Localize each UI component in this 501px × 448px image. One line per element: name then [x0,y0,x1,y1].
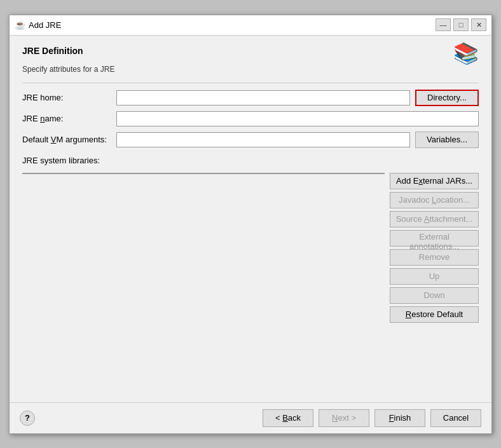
libraries-listbox[interactable] [22,173,385,174]
jre-name-label: JRE name: [22,114,111,123]
directory-button[interactable]: Directory... [415,90,479,106]
libraries-buttons: Add External JARs... Javadoc Location...… [390,173,479,323]
jre-name-row: JRE name: [22,111,479,126]
help-button[interactable]: ? [20,411,35,426]
vm-args-label: Default VM arguments: [22,135,111,144]
up-button[interactable]: Up [390,268,479,285]
section-title-row: JRE Definition 📚 [22,46,479,64]
restore-default-button[interactable]: Restore Default [390,306,479,323]
jre-home-label: JRE home: [22,93,111,102]
jre-name-underline: n [40,114,45,123]
window-title: Add JRE [29,20,61,30]
maximize-button[interactable]: □ [453,18,469,31]
external-annotations-button[interactable]: External annotations... [390,230,479,247]
next-button[interactable]: Next > [319,409,369,427]
footer: ? < Back Next > Finish Cancel [10,402,491,433]
add-external-jars-button[interactable]: Add External JARs... [390,173,479,189]
section-header: JRE Definition 📚 Specify attributes for … [22,46,479,74]
jre-home-row: JRE home: Directory... [22,90,479,106]
finish-button[interactable]: Finish [374,409,425,427]
form-area: JRE home: Directory... JRE name: Default… [22,90,479,392]
section-subtitle: Specify attributes for a JRE [22,65,479,74]
vm-args-input[interactable] [116,132,410,147]
cancel-button[interactable]: Cancel [430,409,481,427]
source-attachment-button[interactable]: Source Attachment... [390,211,479,227]
title-bar: ☕ Add JRE — □ ✕ [10,15,491,36]
libraries-label: JRE system libraries: [22,156,479,165]
libraries-left [22,173,385,174]
jre-home-input[interactable] [116,90,410,105]
header-divider [22,83,479,83]
window-icon: ☕ [15,20,25,30]
title-bar-controls: — □ ✕ [436,18,486,31]
title-bar-left: ☕ Add JRE [15,20,61,30]
vm-args-row: Default VM arguments: Variables... [22,132,479,148]
content-area: JRE Definition 📚 Specify attributes for … [10,36,491,402]
section-title-text: JRE Definition [22,46,83,56]
variables-button[interactable]: Variables... [415,132,479,148]
close-button[interactable]: ✕ [471,18,486,31]
books-icon: 📚 [453,43,479,64]
down-button[interactable]: Down [390,287,479,304]
minimize-button[interactable]: — [436,18,451,31]
javadoc-location-button[interactable]: Javadoc Location... [390,192,479,208]
remove-button[interactable]: Remove [390,249,479,266]
jre-name-input[interactable] [116,111,479,126]
back-button[interactable]: < Back [263,409,313,427]
add-jre-window: ☕ Add JRE — □ ✕ JRE Definition 📚 Specify… [9,15,492,434]
libraries-row: Add External JARs... Javadoc Location...… [22,173,479,392]
